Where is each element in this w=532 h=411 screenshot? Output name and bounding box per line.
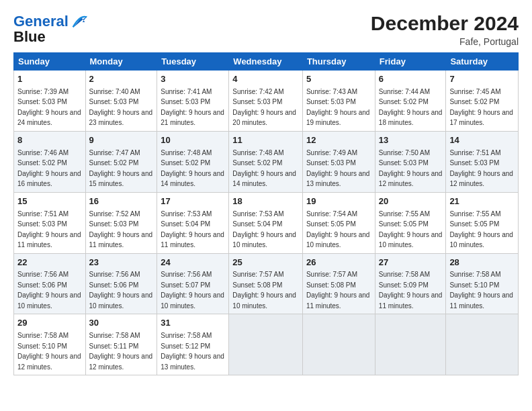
day-number: 1 [17,73,82,86]
calendar-table: Sunday Monday Tuesday Wednesday Thursday… [13,52,519,375]
table-row [375,314,446,375]
day-number: 31 [161,317,225,330]
day-detail: Sunrise: 7:46 AMSunset: 5:02 PMDaylight:… [17,149,81,188]
table-row: 2Sunrise: 7:40 AMSunset: 5:03 PMDaylight… [85,71,157,132]
day-detail: Sunrise: 7:56 AMSunset: 5:06 PMDaylight:… [17,271,81,310]
table-row: 30Sunrise: 7:58 AMSunset: 5:11 PMDayligh… [85,314,157,375]
table-row: 11Sunrise: 7:48 AMSunset: 5:02 PMDayligh… [229,131,303,192]
day-number: 15 [17,195,82,208]
logo-icon [70,12,89,31]
day-number: 25 [232,257,299,269]
table-row: 20Sunrise: 7:55 AMSunset: 5:05 PMDayligh… [375,192,446,253]
logo: General Blue [13,12,89,46]
day-detail: Sunrise: 7:57 AMSunset: 5:08 PMDaylight:… [306,271,370,310]
day-detail: Sunrise: 7:58 AMSunset: 5:10 PMDaylight:… [17,332,81,371]
day-number: 16 [89,195,154,208]
day-number: 13 [379,134,443,147]
table-row: 17Sunrise: 7:53 AMSunset: 5:04 PMDayligh… [157,192,229,253]
day-number: 29 [17,317,82,330]
table-row [229,314,303,375]
col-saturday: Saturday [446,53,519,71]
table-row: 27Sunrise: 7:58 AMSunset: 5:09 PMDayligh… [375,253,446,314]
day-number: 30 [89,317,154,330]
day-detail: Sunrise: 7:52 AMSunset: 5:03 PMDaylight:… [89,210,153,249]
calendar-week-row: 8Sunrise: 7:46 AMSunset: 5:02 PMDaylight… [14,131,519,192]
day-detail: Sunrise: 7:54 AMSunset: 5:05 PMDaylight:… [306,210,370,249]
day-detail: Sunrise: 7:42 AMSunset: 5:03 PMDaylight:… [232,88,296,127]
table-row: 16Sunrise: 7:52 AMSunset: 5:03 PMDayligh… [85,192,157,253]
calendar-week-row: 29Sunrise: 7:58 AMSunset: 5:10 PMDayligh… [14,314,519,375]
table-row [302,314,375,375]
table-row: 19Sunrise: 7:54 AMSunset: 5:05 PMDayligh… [302,192,375,253]
day-detail: Sunrise: 7:55 AMSunset: 5:05 PMDaylight:… [379,210,443,249]
day-detail: Sunrise: 7:39 AMSunset: 5:03 PMDaylight:… [17,88,81,127]
day-detail: Sunrise: 7:40 AMSunset: 5:03 PMDaylight:… [89,88,153,127]
day-detail: Sunrise: 7:45 AMSunset: 5:02 PMDaylight:… [449,88,513,127]
table-row: 9Sunrise: 7:47 AMSunset: 5:02 PMDaylight… [85,131,157,192]
table-row: 4Sunrise: 7:42 AMSunset: 5:03 PMDaylight… [229,71,303,132]
table-row: 7Sunrise: 7:45 AMSunset: 5:02 PMDaylight… [446,71,519,132]
calendar-week-row: 1Sunrise: 7:39 AMSunset: 5:03 PMDaylight… [14,71,519,132]
table-row: 29Sunrise: 7:58 AMSunset: 5:10 PMDayligh… [14,314,86,375]
day-detail: Sunrise: 7:56 AMSunset: 5:07 PMDaylight:… [161,271,224,310]
table-row: 12Sunrise: 7:49 AMSunset: 5:03 PMDayligh… [302,131,375,192]
day-detail: Sunrise: 7:47 AMSunset: 5:02 PMDaylight:… [89,149,153,188]
table-row: 24Sunrise: 7:56 AMSunset: 5:07 PMDayligh… [157,253,229,314]
table-row: 13Sunrise: 7:50 AMSunset: 5:03 PMDayligh… [375,131,446,192]
day-number: 26 [306,257,371,269]
col-monday: Monday [85,53,157,71]
day-detail: Sunrise: 7:55 AMSunset: 5:05 PMDaylight:… [449,210,513,249]
day-number: 10 [161,134,225,147]
title-block: December 2024 Fafe, Portugal [371,12,519,47]
day-detail: Sunrise: 7:51 AMSunset: 5:03 PMDaylight:… [17,210,81,249]
day-number: 24 [161,257,225,269]
col-sunday: Sunday [14,53,86,71]
day-number: 19 [306,195,371,208]
day-number: 8 [17,134,82,147]
day-number: 11 [232,134,299,147]
day-detail: Sunrise: 7:44 AMSunset: 5:02 PMDaylight:… [379,88,443,127]
day-number: 21 [449,195,515,208]
day-detail: Sunrise: 7:50 AMSunset: 5:03 PMDaylight:… [379,149,443,188]
day-number: 14 [449,134,515,147]
location: Fafe, Portugal [371,36,519,47]
day-detail: Sunrise: 7:43 AMSunset: 5:03 PMDaylight:… [306,88,370,127]
logo-text: General [13,13,69,30]
day-detail: Sunrise: 7:56 AMSunset: 5:06 PMDaylight:… [89,271,153,310]
table-row: 14Sunrise: 7:51 AMSunset: 5:03 PMDayligh… [446,131,519,192]
table-row: 10Sunrise: 7:48 AMSunset: 5:02 PMDayligh… [157,131,229,192]
day-number: 28 [449,257,515,269]
day-detail: Sunrise: 7:51 AMSunset: 5:03 PMDaylight:… [449,149,513,188]
day-number: 9 [89,134,154,147]
day-detail: Sunrise: 7:49 AMSunset: 5:03 PMDaylight:… [306,149,370,188]
table-row [446,314,519,375]
table-row: 6Sunrise: 7:44 AMSunset: 5:02 PMDaylight… [375,71,446,132]
table-row: 26Sunrise: 7:57 AMSunset: 5:08 PMDayligh… [302,253,375,314]
day-detail: Sunrise: 7:58 AMSunset: 5:09 PMDaylight:… [379,271,443,310]
col-thursday: Thursday [302,53,375,71]
day-number: 2 [89,73,154,86]
day-detail: Sunrise: 7:53 AMSunset: 5:04 PMDaylight:… [232,210,296,249]
month-title: December 2024 [371,12,519,35]
day-number: 22 [17,257,82,269]
day-number: 6 [379,73,443,86]
table-row: 5Sunrise: 7:43 AMSunset: 5:03 PMDaylight… [302,71,375,132]
day-detail: Sunrise: 7:48 AMSunset: 5:02 PMDaylight:… [161,149,224,188]
day-detail: Sunrise: 7:58 AMSunset: 5:11 PMDaylight:… [89,332,153,371]
table-row: 22Sunrise: 7:56 AMSunset: 5:06 PMDayligh… [14,253,86,314]
day-number: 4 [232,73,299,86]
day-detail: Sunrise: 7:41 AMSunset: 5:03 PMDaylight:… [161,88,224,127]
header: General Blue December 2024 Fafe, Portuga… [13,12,519,47]
col-wednesday: Wednesday [229,53,303,71]
col-friday: Friday [375,53,446,71]
calendar-week-row: 15Sunrise: 7:51 AMSunset: 5:03 PMDayligh… [14,192,519,253]
table-row: 15Sunrise: 7:51 AMSunset: 5:03 PMDayligh… [14,192,86,253]
day-number: 20 [379,195,443,208]
calendar-header-row: Sunday Monday Tuesday Wednesday Thursday… [14,53,519,71]
day-number: 17 [161,195,225,208]
day-detail: Sunrise: 7:58 AMSunset: 5:12 PMDaylight:… [161,332,224,371]
table-row: 1Sunrise: 7:39 AMSunset: 5:03 PMDaylight… [14,71,86,132]
day-detail: Sunrise: 7:58 AMSunset: 5:10 PMDaylight:… [449,271,513,310]
day-number: 18 [232,195,299,208]
col-tuesday: Tuesday [157,53,229,71]
